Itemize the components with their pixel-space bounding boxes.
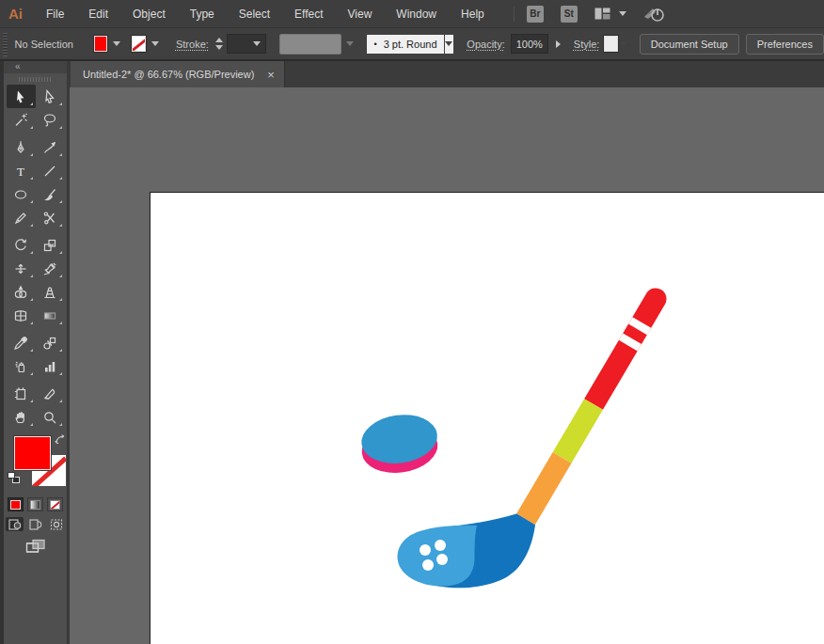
workspace-chevron-icon[interactable] — [619, 11, 626, 16]
width-tool[interactable] — [7, 257, 36, 280]
draw-normal-icon — [8, 519, 22, 530]
puck-group[interactable] — [357, 410, 442, 478]
blade-light[interactable] — [398, 526, 477, 587]
brush-definition-dropdown[interactable]: • 3 pt. Round — [367, 35, 443, 54]
stroke-weight-chevron-icon[interactable] — [253, 41, 261, 46]
menu-view[interactable]: View — [336, 0, 385, 28]
style-swatch[interactable] — [604, 36, 617, 52]
mesh-tool-icon — [13, 308, 28, 323]
opacity-label[interactable]: Opacity: — [467, 39, 504, 50]
none-button[interactable] — [47, 497, 63, 511]
scissors-tool[interactable] — [36, 206, 65, 229]
workspace-switcher-icon[interactable] — [594, 8, 610, 20]
width-tool-icon — [13, 261, 28, 276]
style-chevron-icon[interactable] — [619, 35, 628, 54]
paintbrush-tool[interactable] — [36, 182, 65, 206]
rotate-tool[interactable] — [7, 233, 36, 257]
eyedropper-tool[interactable] — [7, 331, 36, 354]
lasso-tool[interactable] — [36, 108, 65, 132]
default-fill-stroke-icon[interactable] — [8, 472, 20, 483]
line-segment-tool[interactable] — [36, 159, 65, 182]
scale-tool[interactable] — [36, 233, 65, 257]
ellipse-tool[interactable] — [7, 182, 36, 206]
fill-chevron-icon[interactable] — [113, 41, 120, 46]
style-label[interactable]: Style: — [574, 39, 600, 50]
stroke-weight-stepper[interactable] — [215, 38, 223, 50]
gradient-button[interactable] — [27, 497, 43, 511]
pencil-tool[interactable] — [7, 206, 36, 229]
color-button[interactable] — [8, 497, 24, 511]
control-bar: No Selection Stroke: • 3 pt. Round Opaci… — [0, 28, 824, 61]
menu-help[interactable]: Help — [449, 0, 497, 28]
tools-panel-collapse[interactable]: « — [4, 61, 67, 73]
panel-grip-icon[interactable] — [3, 32, 8, 56]
perspective-grid-tool[interactable] — [36, 280, 65, 304]
blade-dot-1[interactable] — [420, 544, 431, 556]
artboard-tool[interactable] — [7, 382, 36, 405]
curvature-pen-tool[interactable] — [36, 135, 65, 159]
tools-panel-grip[interactable] — [19, 77, 53, 82]
gradient-tool[interactable] — [36, 304, 65, 327]
opacity-arrow-icon[interactable] — [556, 40, 561, 48]
blade-dot-4[interactable] — [436, 554, 448, 565]
hand-tool[interactable] — [7, 405, 36, 429]
menu-type[interactable]: Type — [178, 0, 227, 28]
document-tab[interactable]: Untitled-2* @ 66.67% (RGB/Preview) × — [71, 61, 285, 87]
canvas[interactable] — [70, 87, 824, 644]
mesh-tool[interactable] — [7, 304, 36, 327]
preferences-button[interactable]: Preferences — [746, 34, 824, 55]
fill-color-swatch[interactable] — [94, 36, 107, 52]
menu-object[interactable]: Object — [120, 0, 178, 28]
stepper-up-icon[interactable] — [215, 38, 223, 42]
draw-inside-icon — [50, 519, 63, 530]
cs-live-icon[interactable] — [642, 6, 667, 23]
menu-select[interactable]: Select — [227, 0, 282, 28]
zoom-tool[interactable] — [36, 405, 65, 429]
type-tool[interactable]: T — [7, 159, 36, 182]
stroke-color-swatch[interactable] — [132, 36, 145, 52]
shaft-lime-segment[interactable] — [553, 399, 603, 463]
stick-shaft-group[interactable] — [505, 284, 671, 544]
menubar: Ai File Edit Object Type Select Effect V… — [0, 0, 824, 28]
column-graph-tool[interactable] — [36, 354, 65, 378]
opacity-value: 100% — [516, 39, 543, 50]
blade-dot-3[interactable] — [422, 559, 434, 571]
fill-indicator-swatch[interactable] — [14, 436, 51, 470]
blade-dot-2[interactable] — [435, 540, 446, 551]
brush-chevron-icon[interactable] — [445, 35, 454, 54]
magic-wand-tool[interactable] — [7, 108, 36, 132]
slice-tool[interactable] — [36, 382, 65, 405]
menu-edit[interactable]: Edit — [76, 0, 120, 28]
draw-behind-button[interactable] — [26, 517, 44, 531]
pen-tool[interactable] — [7, 135, 36, 159]
symbol-sprayer-tool[interactable] — [7, 354, 36, 378]
shaft-orange-segment[interactable] — [516, 452, 571, 525]
opacity-field[interactable]: 100% — [511, 34, 548, 54]
stroke-chevron-icon[interactable] — [151, 41, 159, 46]
drawing-mode-buttons — [6, 517, 65, 531]
stroke-weight-field[interactable] — [227, 34, 266, 54]
shape-builder-tool[interactable] — [7, 280, 36, 304]
menubar-right-icons: Br St — [514, 6, 667, 23]
stroke-weight-label[interactable]: Stroke: — [176, 39, 209, 50]
tab-close-icon[interactable]: × — [267, 69, 275, 81]
draw-inside-button[interactable] — [47, 517, 65, 531]
menu-window[interactable]: Window — [384, 0, 449, 28]
direct-selection-tool[interactable] — [36, 85, 65, 108]
swap-fill-stroke-icon[interactable] — [55, 434, 67, 446]
symbol-sprayer-tool-icon — [13, 359, 28, 374]
screen-mode-button[interactable] — [25, 539, 46, 558]
draw-normal-button[interactable] — [6, 517, 24, 531]
shaft-red-segment[interactable] — [584, 284, 671, 410]
menu-file[interactable]: File — [34, 0, 76, 28]
free-transform-tool[interactable] — [36, 257, 65, 280]
menu-effect[interactable]: Effect — [282, 0, 335, 28]
stock-button[interactable]: St — [561, 6, 578, 23]
tools-grid: T — [7, 85, 65, 429]
stepper-down-icon[interactable] — [215, 45, 223, 50]
document-setup-button[interactable]: Document Setup — [640, 34, 739, 55]
artwork-hockey-illustration[interactable] — [70, 87, 824, 644]
blend-tool[interactable] — [36, 331, 65, 354]
selection-tool[interactable] — [7, 85, 36, 108]
bridge-button[interactable]: Br — [527, 6, 544, 23]
